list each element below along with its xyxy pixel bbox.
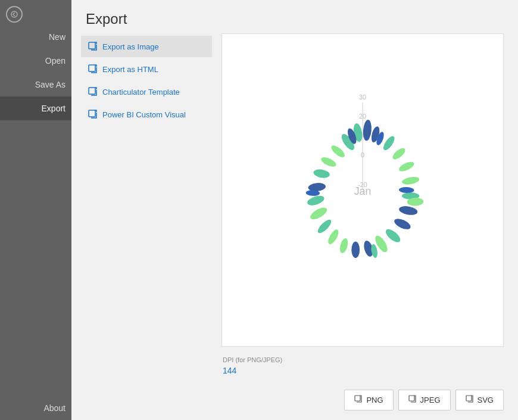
main-header: Export	[71, 0, 518, 33]
export-option-template[interactable]: Charticulator Template	[81, 81, 212, 102]
sidebar-nav: New Open Save As Export	[0, 25, 71, 120]
svg-point-22	[393, 217, 413, 232]
png-export-icon	[354, 395, 363, 405]
export-buttons: PNG JPEG	[221, 384, 504, 420]
dpi-value[interactable]: 144	[223, 366, 503, 375]
svg-point-39	[399, 187, 414, 194]
preview-panel: 30 20 10 0 -20 Jan	[221, 33, 504, 420]
svg-rect-44	[466, 396, 472, 401]
sidebar-item-save-as[interactable]: Save As	[0, 73, 71, 97]
jpeg-button[interactable]: JPEG	[398, 390, 451, 410]
sidebar-item-export[interactable]: Export	[0, 97, 71, 120]
export-html-icon	[88, 64, 98, 74]
svg-point-23	[383, 227, 402, 245]
svg-point-17	[398, 160, 416, 173]
export-option-html[interactable]: Export as HTML	[81, 58, 212, 80]
chart-svg: 30 20 10 0 -20 Jan	[222, 34, 503, 346]
svg-point-0	[11, 11, 17, 17]
svg-text:30: 30	[359, 94, 366, 101]
svg-button[interactable]: SVG	[455, 390, 504, 410]
svg-point-33	[313, 168, 330, 179]
export-template-icon	[88, 87, 98, 97]
content-area: Export as Image Export as HTML Charticul…	[71, 33, 518, 420]
sidebar-item-open[interactable]: Open	[0, 49, 71, 73]
png-button[interactable]: PNG	[344, 390, 393, 410]
svg-rect-4	[89, 110, 95, 117]
export-options-panel: Export as Image Export as HTML Charticul…	[81, 33, 212, 420]
svg-point-26	[351, 242, 360, 259]
svg-point-27	[339, 238, 350, 254]
jpeg-export-icon	[408, 395, 417, 405]
sidebar: New Open Save As Export About	[0, 0, 71, 420]
page-title: Export	[86, 11, 504, 27]
svg-rect-3	[89, 88, 95, 94]
svg-point-15	[382, 135, 397, 152]
svg-rect-42	[355, 396, 360, 401]
svg-point-20	[398, 205, 418, 216]
dpi-section: DPI (for PNG/JPEG) 144	[221, 353, 504, 378]
svg-point-34	[320, 155, 338, 169]
svg-point-18	[401, 176, 420, 186]
svg-rect-2	[89, 65, 95, 71]
dpi-label: DPI (for PNG/JPEG)	[223, 356, 503, 363]
svg-export-icon	[466, 395, 474, 405]
svg-point-16	[391, 146, 407, 161]
svg-rect-1	[89, 42, 95, 49]
svg-point-28	[326, 228, 341, 246]
export-option-powerbi[interactable]: Power BI Custom Visual	[81, 104, 212, 125]
main-content: Export Export as Image Export as HTML	[71, 0, 518, 420]
chart-preview: 30 20 10 0 -20 Jan	[221, 33, 504, 347]
svg-point-29	[316, 217, 333, 235]
svg-rect-43	[409, 396, 414, 401]
svg-point-30	[308, 206, 329, 222]
export-powerbi-icon	[88, 110, 98, 119]
back-button[interactable]	[6, 6, 23, 23]
export-image-icon	[88, 42, 98, 51]
svg-text:Jan: Jan	[354, 185, 372, 197]
export-option-image[interactable]: Export as Image	[81, 36, 212, 57]
svg-point-31	[306, 194, 325, 207]
svg-point-35	[329, 144, 347, 160]
sidebar-item-new[interactable]: New	[0, 25, 71, 49]
sidebar-item-about[interactable]: About	[0, 396, 71, 420]
